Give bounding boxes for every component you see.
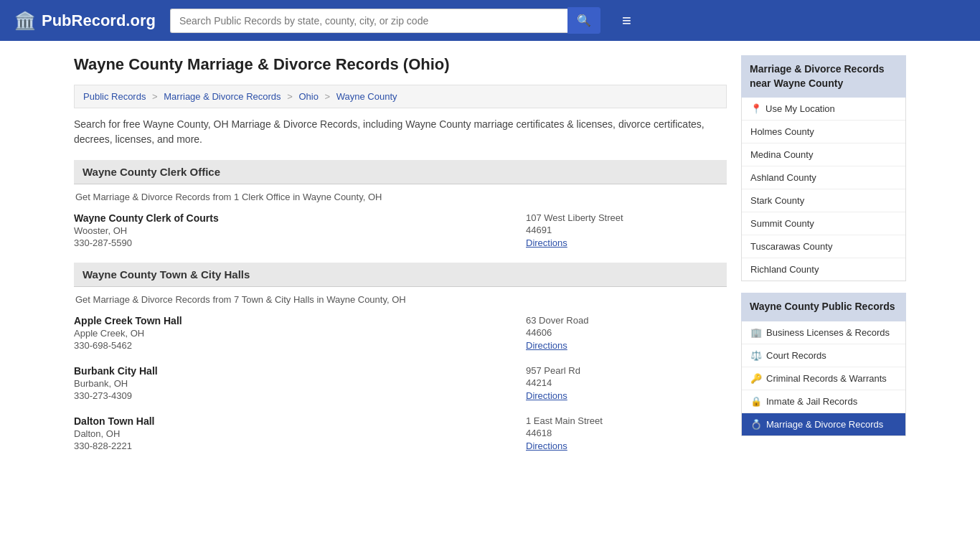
sidebar-item-marriage-records[interactable]: 💍 Marriage & Divorce Records (742, 413, 905, 435)
search-button[interactable]: 🔍 (567, 7, 600, 34)
sidebar-item-use-location[interactable]: 📍 Use My Location (742, 98, 905, 121)
site-logo[interactable]: 🏛️ PubRecord.org (14, 11, 156, 31)
sidebar-item-summit[interactable]: Summit County (742, 212, 905, 235)
richland-county-link[interactable]: Richland County (750, 264, 819, 275)
record-phone: 330-828-2221 (74, 441, 526, 451)
business-licenses-link[interactable]: Business Licenses & Records (766, 327, 890, 338)
record-address: 63 Dover Road (526, 315, 727, 326)
record-city: Dalton, OH (74, 428, 526, 439)
record-left: Dalton Town Hall Dalton, OH 330-828-2221 (74, 415, 526, 451)
breadcrumb-sep-2: > (287, 91, 293, 102)
sidebar-records-list: 🏢 Business Licenses & Records ⚖️ Court R… (741, 321, 906, 436)
breadcrumb-marriage-records[interactable]: Marriage & Divorce Records (164, 91, 281, 102)
record-city: Burbank, OH (74, 378, 526, 389)
record-phone: 330-698-5462 (74, 340, 526, 351)
clerk-office-section: Wayne County Clerk Office Get Marriage &… (74, 160, 727, 248)
use-location-link[interactable]: Use My Location (765, 103, 835, 114)
tuscarawas-county-link[interactable]: Tuscarawas County (750, 241, 832, 252)
criminal-icon: 🔑 (750, 373, 762, 384)
record-zip: 44214 (526, 377, 727, 388)
content-area: Wayne County Marriage & Divorce Records … (74, 55, 727, 466)
sidebar-item-stark[interactable]: Stark County (742, 189, 905, 212)
record-name: Dalton Town Hall (74, 415, 526, 427)
record-address: 957 Pearl Rd (526, 365, 727, 376)
breadcrumb: Public Records > Marriage & Divorce Reco… (74, 85, 727, 108)
sidebar-item-richland[interactable]: Richland County (742, 258, 905, 281)
sidebar-item-medina[interactable]: Medina County (742, 143, 905, 166)
menu-icon: ≡ (622, 11, 631, 29)
record-city: Apple Creek, OH (74, 328, 526, 339)
directions-link-apple-creek[interactable]: Directions (526, 340, 567, 351)
breadcrumb-wayne-county[interactable]: Wayne County (336, 91, 397, 102)
stark-county-link[interactable]: Stark County (750, 195, 804, 206)
town-halls-desc: Get Marriage & Divorce Records from 7 To… (74, 294, 727, 305)
location-icon: 📍 (750, 103, 762, 114)
record-left: Apple Creek Town Hall Apple Creek, OH 33… (74, 315, 526, 351)
criminal-records-link[interactable]: Criminal Records & Warrants (766, 373, 887, 384)
record-city: Wooster, OH (74, 225, 526, 236)
page-title: Wayne County Marriage & Divorce Records … (74, 55, 727, 74)
record-right: 957 Pearl Rd 44214 Directions (526, 365, 727, 401)
inmate-records-link[interactable]: Inmate & Jail Records (766, 396, 857, 407)
record-zip: 44618 (526, 428, 727, 438)
record-name: Wayne County Clerk of Courts (74, 212, 526, 224)
record-entry: Apple Creek Town Hall Apple Creek, OH 33… (74, 315, 727, 351)
medina-county-link[interactable]: Medina County (750, 149, 813, 160)
main-container: Wayne County Marriage & Divorce Records … (60, 41, 920, 480)
clerk-office-header: Wayne County Clerk Office (74, 160, 727, 184)
inmate-icon: 🔒 (750, 396, 762, 407)
record-name: Apple Creek Town Hall (74, 315, 526, 326)
town-halls-section: Wayne County Town & City Halls Get Marri… (74, 263, 727, 451)
record-left: Wayne County Clerk of Courts Wooster, OH… (74, 212, 526, 248)
sidebar-item-criminal-records[interactable]: 🔑 Criminal Records & Warrants (742, 367, 905, 390)
record-phone: 330-287-5590 (74, 237, 526, 248)
logo-text: PubRecord.org (42, 11, 156, 30)
record-entry: Burbank City Hall Burbank, OH 330-273-43… (74, 365, 727, 401)
sidebar-records-header: Wayne County Public Records (741, 293, 906, 321)
breadcrumb-ohio[interactable]: Ohio (298, 91, 318, 102)
sidebar: Marriage & Divorce Records near Wayne Co… (741, 55, 906, 466)
summit-county-link[interactable]: Summit County (750, 218, 814, 229)
breadcrumb-sep-1: > (152, 91, 158, 102)
record-entry: Dalton Town Hall Dalton, OH 330-828-2221… (74, 415, 727, 451)
record-right: 63 Dover Road 44606 Directions (526, 315, 727, 351)
holmes-county-link[interactable]: Holmes County (750, 126, 814, 137)
site-header: 🏛️ PubRecord.org 🔍 ≡ (0, 0, 980, 41)
town-halls-header: Wayne County Town & City Halls (74, 263, 727, 287)
record-name: Burbank City Hall (74, 365, 526, 377)
record-phone: 330-273-4309 (74, 390, 526, 401)
breadcrumb-sep-3: > (325, 91, 331, 102)
record-entry: Wayne County Clerk of Courts Wooster, OH… (74, 212, 727, 248)
sidebar-item-court-records[interactable]: ⚖️ Court Records (742, 344, 905, 367)
record-right: 107 West Liberty Street 44691 Directions (526, 212, 727, 248)
court-records-link[interactable]: Court Records (766, 350, 826, 361)
breadcrumb-public-records[interactable]: Public Records (83, 91, 146, 102)
directions-link-burbank[interactable]: Directions (526, 390, 567, 401)
search-area: 🔍 (170, 7, 600, 34)
page-description: Search for free Wayne County, OH Marriag… (74, 117, 727, 147)
directions-link-dalton[interactable]: Directions (526, 441, 567, 451)
logo-icon: 🏛️ (14, 11, 36, 31)
search-input[interactable] (170, 9, 567, 33)
record-right: 1 East Main Street 44618 Directions (526, 415, 727, 451)
sidebar-item-tuscarawas[interactable]: Tuscarawas County (742, 235, 905, 258)
record-zip: 44691 (526, 225, 727, 235)
marriage-icon: 💍 (750, 419, 762, 430)
record-address: 1 East Main Street (526, 415, 727, 426)
sidebar-nearby-list: 📍 Use My Location Holmes County Medina C… (741, 98, 906, 281)
menu-button[interactable]: ≡ (622, 11, 631, 30)
sidebar-item-business-licenses[interactable]: 🏢 Business Licenses & Records (742, 321, 905, 344)
ashland-county-link[interactable]: Ashland County (750, 172, 816, 183)
court-icon: ⚖️ (750, 350, 762, 361)
business-icon: 🏢 (750, 327, 762, 338)
clerk-office-desc: Get Marriage & Divorce Records from 1 Cl… (74, 192, 727, 202)
marriage-records-link[interactable]: Marriage & Divorce Records (766, 419, 883, 430)
sidebar-nearby-header: Marriage & Divorce Records near Wayne Co… (741, 55, 906, 98)
sidebar-item-ashland[interactable]: Ashland County (742, 166, 905, 189)
directions-link-0[interactable]: Directions (526, 237, 567, 248)
search-icon: 🔍 (577, 14, 591, 27)
record-left: Burbank City Hall Burbank, OH 330-273-43… (74, 365, 526, 401)
record-address: 107 West Liberty Street (526, 212, 727, 223)
sidebar-item-inmate-records[interactable]: 🔒 Inmate & Jail Records (742, 390, 905, 413)
sidebar-item-holmes[interactable]: Holmes County (742, 121, 905, 143)
